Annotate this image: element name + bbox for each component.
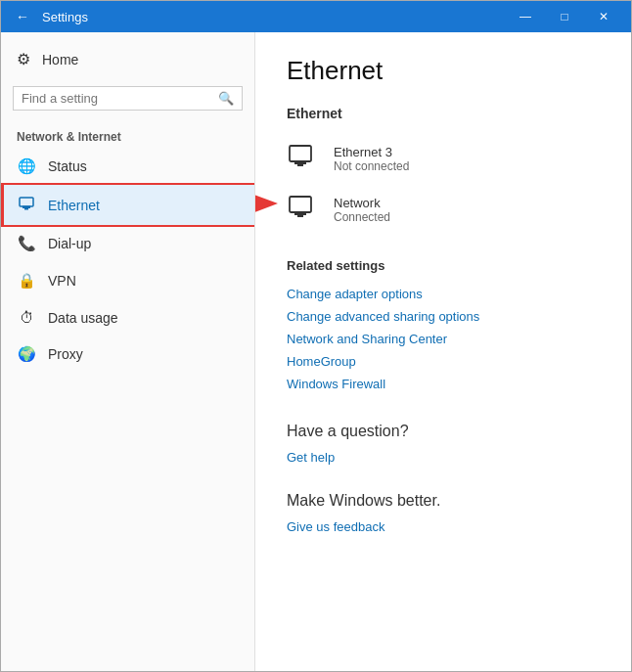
link-change-adapter-options[interactable]: Change adapter options xyxy=(287,283,600,305)
sidebar-item-dialup[interactable]: 📞 Dial-up xyxy=(1,225,254,262)
search-input[interactable] xyxy=(22,91,218,106)
dialup-icon: 📞 xyxy=(17,235,36,252)
network-icon-ethernet3 xyxy=(287,141,322,176)
sidebar-item-status[interactable]: 🌐 Status xyxy=(1,148,254,185)
window-title: Settings xyxy=(42,10,506,24)
svg-rect-2 xyxy=(24,208,28,210)
sidebar-item-status-label: Status xyxy=(48,158,87,174)
question-title: Have a question? xyxy=(287,423,600,440)
maximize-button[interactable]: □ xyxy=(545,1,584,32)
link-network-sharing-center[interactable]: Network and Sharing Center xyxy=(287,328,600,350)
sidebar-section-label: Network & Internet xyxy=(1,118,254,148)
sidebar-item-ethernet-label: Ethernet xyxy=(48,198,100,213)
network-item-network[interactable]: Network Connected xyxy=(287,184,600,235)
make-better-title: Make Windows better. xyxy=(287,492,600,510)
svg-rect-10 xyxy=(297,215,303,217)
proxy-icon: 🌍 xyxy=(17,345,36,363)
page-title: Ethernet xyxy=(287,56,600,86)
search-box[interactable]: 🔍 xyxy=(13,86,243,111)
window-controls: — □ ✕ xyxy=(506,1,623,32)
ethernet-section-label: Ethernet xyxy=(287,106,600,121)
sidebar-item-home[interactable]: ⚙ Home xyxy=(1,40,254,78)
sidebar-item-proxy-label: Proxy xyxy=(48,346,83,362)
related-settings-title: Related settings xyxy=(287,258,600,273)
sidebar-item-dialup-label: Dial-up xyxy=(48,236,91,251)
sidebar-item-vpn[interactable]: 🔒 VPN xyxy=(1,262,254,299)
settings-window: ← Settings — □ ✕ ⚙ Home 🔍 Network & Inte… xyxy=(0,0,632,672)
svg-rect-8 xyxy=(290,197,311,212)
minimize-button[interactable]: — xyxy=(506,1,545,32)
link-change-advanced-sharing[interactable]: Change advanced sharing options xyxy=(287,305,600,328)
sidebar-item-data-usage-label: Data usage xyxy=(48,310,118,326)
close-button[interactable]: ✕ xyxy=(584,1,623,32)
back-button[interactable]: ← xyxy=(9,3,36,30)
svg-rect-6 xyxy=(297,164,303,166)
network-info-network: Network Connected xyxy=(334,196,390,224)
network-name-network: Network xyxy=(334,196,390,210)
vpn-icon: 🔒 xyxy=(17,272,36,290)
network-name-ethernet3: Ethernet 3 xyxy=(334,145,409,159)
main-panel: Ethernet Ethernet Ethernet 3 Not connect… xyxy=(255,32,631,671)
network-icon-network xyxy=(287,192,322,227)
sidebar-item-proxy[interactable]: 🌍 Proxy xyxy=(1,336,254,373)
link-windows-firewall[interactable]: Windows Firewall xyxy=(287,373,600,395)
content-area: ⚙ Home 🔍 Network & Internet 🌐 Status xyxy=(1,32,631,671)
sidebar-item-ethernet[interactable]: Ethernet xyxy=(1,185,254,225)
sidebar-item-vpn-label: VPN xyxy=(48,273,76,289)
sidebar: ⚙ Home 🔍 Network & Internet 🌐 Status xyxy=(1,32,255,671)
data-usage-icon: ⏱ xyxy=(17,309,36,326)
status-icon: 🌐 xyxy=(17,157,36,175)
network-status-ethernet3: Not connected xyxy=(334,159,409,173)
search-icon: 🔍 xyxy=(218,91,234,106)
ethernet-icon xyxy=(17,195,36,215)
home-icon: ⚙ xyxy=(17,50,30,68)
network-item-ethernet3[interactable]: Ethernet 3 Not connected xyxy=(287,133,600,184)
network-info-ethernet3: Ethernet 3 Not connected xyxy=(334,145,409,173)
sidebar-home-label: Home xyxy=(42,52,78,67)
svg-rect-4 xyxy=(290,146,311,161)
sidebar-item-data-usage[interactable]: ⏱ Data usage xyxy=(1,299,254,336)
link-give-feedback[interactable]: Give us feedback xyxy=(287,515,600,538)
svg-rect-0 xyxy=(20,198,33,206)
network-status-network: Connected xyxy=(334,210,390,224)
link-get-help[interactable]: Get help xyxy=(287,446,600,469)
link-homegroup[interactable]: HomeGroup xyxy=(287,350,600,373)
titlebar: ← Settings — □ ✕ xyxy=(1,1,631,32)
